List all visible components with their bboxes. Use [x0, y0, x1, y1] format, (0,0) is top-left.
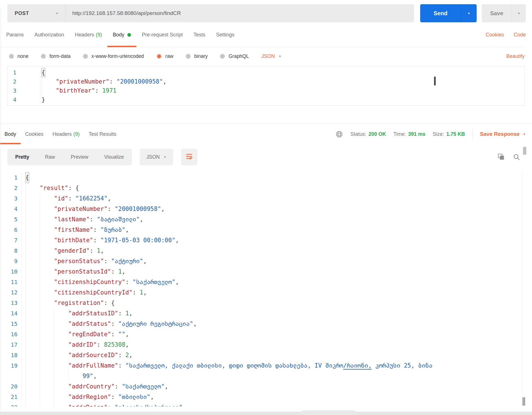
token-punc: :	[90, 214, 97, 225]
chevron-down-icon: ▼	[468, 12, 470, 15]
view-tab-pretty[interactable]: Pretty	[7, 149, 37, 165]
request-tabs-right: Cookies Code	[486, 23, 526, 47]
token-punc: ,	[129, 350, 133, 361]
mode-x-www-form-urlencoded[interactable]: x-www-form-urlencoded	[83, 53, 144, 59]
request-url-row: POST ▼ Send ▼ Save ▼	[7, 4, 526, 23]
view-tab-preview[interactable]: Preview	[63, 149, 96, 165]
code-text: "addrSourceID": 2,	[22, 350, 132, 361]
code-text: "regEndDate": "",	[22, 329, 129, 340]
code-line: 16"regEndDate": "",	[0, 329, 532, 340]
response-tab-test-results[interactable]: Test Results	[84, 124, 121, 144]
mode-graphql[interactable]: GraphQL	[220, 53, 249, 59]
mode-binary[interactable]: binary	[186, 53, 208, 59]
token-num: 1	[140, 287, 143, 298]
body-filled-dot-icon	[127, 33, 131, 37]
tab-settings[interactable]: Settings	[211, 23, 240, 47]
response-tab-cookies[interactable]: Cookies	[21, 124, 48, 144]
token-key: "result"	[40, 183, 68, 193]
code-line: 10"personStatusId": 1,	[0, 267, 532, 277]
size-value: 1.75 KB	[446, 131, 465, 137]
time-label: Time:	[393, 131, 406, 137]
token-punc: :	[93, 235, 100, 246]
mode-raw[interactable]: raw	[156, 53, 173, 59]
tab-label: Tests	[193, 32, 205, 38]
save-response-button[interactable]: Save Response ▼	[480, 131, 526, 137]
tab-body[interactable]: Body	[107, 23, 136, 47]
token-key: "addrRegion"	[68, 392, 111, 402]
token-key: "regEndDate"	[68, 329, 111, 340]
tab-label: Body	[5, 131, 16, 137]
tab-params[interactable]: Params	[1, 23, 29, 47]
code-line: 4}	[8, 95, 524, 104]
token-key: "addrRaion"	[68, 402, 108, 407]
tab-pre-request-script[interactable]: Pre-request Script	[136, 23, 188, 47]
token-punc: ,	[93, 371, 97, 381]
indent-guides	[25, 340, 68, 350]
code-text: "addrRaion": "თბილისი/საბურთალო"	[22, 402, 182, 407]
indent-guides	[25, 298, 54, 308]
tab-headers[interactable]: Headers(9)	[69, 23, 107, 47]
tab-label: Params	[6, 32, 24, 38]
indent-guides	[25, 402, 68, 407]
view-tab-visualize[interactable]: Visualize	[96, 149, 132, 165]
panel-scrollbar-thumb[interactable]	[523, 147, 526, 155]
response-tab-body[interactable]: Body	[0, 124, 21, 144]
view-tab-raw[interactable]: Raw	[37, 149, 63, 165]
token-punc: :	[90, 246, 97, 256]
token-key: "addrCountry"	[68, 381, 115, 392]
response-scrollbar-thumb[interactable]	[522, 397, 525, 406]
indent-guides	[25, 329, 68, 340]
tab-tests[interactable]: Tests	[188, 23, 211, 47]
response-tab-headers[interactable]: Headers(9)	[48, 124, 84, 144]
token-key: "personStatusId"	[54, 267, 111, 277]
response-body-panel[interactable]: 1{2"result": {3"id": "1662254",4"private…	[0, 170, 532, 407]
search-icon[interactable]	[513, 154, 520, 161]
save-button-label: Save	[482, 4, 512, 22]
code-line: 3"birthYear": 1971	[8, 86, 524, 95]
code-line: 5"lastName": "ბატიაშვილი",	[0, 214, 532, 225]
time-meta: Time:391 ms	[393, 131, 425, 137]
token-punc: :	[115, 381, 122, 392]
size-label: Size:	[433, 131, 444, 137]
code-line: 2"result": {	[0, 183, 532, 193]
response-code: 1{2"result": {3"id": "1662254",4"private…	[0, 170, 532, 407]
tab-authorization[interactable]: Authorization	[29, 23, 69, 47]
cookies-link[interactable]: Cookies	[486, 32, 504, 38]
tab-label: Headers	[53, 131, 72, 137]
wrap-lines-button[interactable]	[181, 149, 197, 165]
token-punc: ,	[161, 204, 165, 214]
save-options-button[interactable]: ▼	[512, 4, 526, 22]
request-body-editor[interactable]: 1{2"privateNumber": "20001000958",3"birt…	[7, 66, 525, 106]
code-line: 22"addrRaion": "თბილისი/საბურთალო"	[0, 402, 532, 407]
token-punc: ,	[125, 329, 129, 340]
radio-icon	[186, 54, 191, 59]
mode-none[interactable]: none	[9, 53, 29, 59]
status-label: Status:	[350, 131, 366, 137]
method-select[interactable]: POST ▼	[7, 4, 65, 22]
copy-icon[interactable]	[498, 154, 505, 160]
code-line: 18"addrSourceID": 2,	[0, 350, 532, 361]
mode-form-data[interactable]: form-data	[41, 53, 71, 59]
line-number: 21	[0, 392, 22, 402]
beautify-link[interactable]: Beautify	[506, 53, 525, 59]
token-key: "addrSourceID"	[68, 350, 118, 361]
token-punc: ,	[108, 193, 111, 204]
token-punc: ,	[165, 381, 168, 392]
code-link[interactable]: Code	[514, 32, 526, 38]
url-input[interactable]	[66, 4, 414, 22]
line-number: 5	[0, 214, 22, 225]
request-editor-scrollbar[interactable]	[434, 77, 436, 86]
indent-guides	[25, 392, 68, 402]
token-key: "citizenshipCountryId"	[54, 287, 132, 298]
tab-label: Settings	[216, 32, 234, 38]
tab-label: Body	[113, 32, 124, 38]
code-line: 11"citizenshipCountry": "საქართველო",	[0, 277, 532, 287]
body-language-select[interactable]: JSON ▼	[261, 53, 281, 59]
token-key: "addrFullName"	[68, 361, 118, 371]
send-options-button[interactable]: ▼	[461, 4, 477, 22]
send-button[interactable]: Send ▼	[420, 4, 477, 22]
save-button[interactable]: Save ▼	[482, 4, 526, 22]
token-punc: :	[111, 329, 118, 340]
code-text: "id": "1662254",	[22, 193, 111, 204]
response-language-select[interactable]: JSON ▼	[140, 149, 173, 165]
